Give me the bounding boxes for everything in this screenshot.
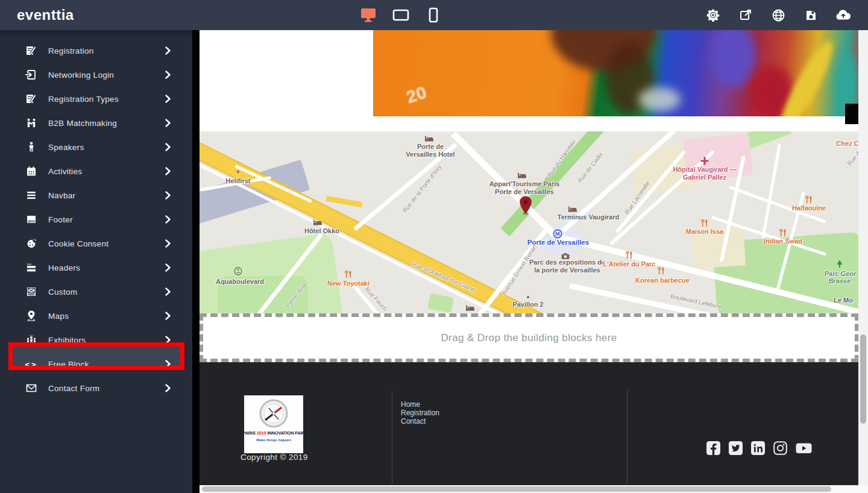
sidebar-item-activities[interactable]: Activities	[0, 159, 192, 183]
footer-link-registration[interactable]: Registration	[401, 409, 439, 417]
sidebar-item-label: Activities	[48, 167, 82, 176]
map-tree-icon	[836, 260, 843, 268]
save-icon[interactable]	[803, 7, 819, 23]
event-logo-title: PARIS 2019 INNOVATION FAIR	[242, 430, 304, 436]
speaker-icon	[24, 140, 39, 154]
sidebar-item-label: Exhibitors	[48, 336, 86, 345]
map-poi-label: Aquaboulevard	[216, 278, 264, 285]
sidebar-item-label: Cookie Consent	[48, 239, 108, 248]
sidebar-item-navbar[interactable]: Navbar	[0, 183, 192, 207]
language-globe-icon[interactable]	[770, 7, 786, 23]
sidebar-item-cookie-consent[interactable]: Cookie Consent	[0, 231, 192, 256]
chevron-right-icon	[165, 287, 171, 296]
map-poi-label: la porte de Versailles	[534, 266, 600, 274]
mobile-preview-icon[interactable]	[424, 6, 442, 24]
exhibitors-icon	[24, 333, 39, 347]
map-poi-label: Korean barbecue	[635, 277, 690, 284]
map-poi-label: Versailles Hotel	[406, 151, 454, 158]
footer-link-contact[interactable]: Contact	[401, 417, 439, 425]
linkedin-icon[interactable]	[751, 441, 765, 455]
sidebar-item-contact-form[interactable]: Contact Form	[0, 376, 192, 400]
settings-gear-icon[interactable]	[705, 7, 721, 23]
b2b-icon	[24, 116, 39, 130]
sidebar-item-registration[interactable]: Registration	[0, 39, 192, 63]
map-metro-icon: M	[553, 229, 562, 239]
horizontal-scrollbar-thumb[interactable]	[202, 486, 831, 492]
map-poi-label: Le Mo	[834, 297, 853, 304]
facebook-icon[interactable]	[706, 441, 720, 455]
top-bar-actions	[705, 0, 851, 30]
map-poi-label: Indian Swad	[764, 237, 802, 245]
sidebar-item-label: Maps	[48, 312, 69, 321]
youtube-icon[interactable]	[796, 441, 812, 455]
sidebar-item-label: Headers	[48, 263, 80, 272]
sidebar-item-footer[interactable]: Footer	[0, 207, 192, 231]
map-poi-label: Porte de	[417, 143, 444, 150]
map-street-label: Boulevard Lefebvre	[670, 293, 722, 310]
chevron-right-icon	[165, 167, 171, 175]
footer-link-home[interactable]: Home	[401, 400, 439, 409]
chevron-right-icon	[165, 71, 171, 79]
sidebar-item-custom[interactable]: Custom	[0, 280, 192, 304]
map-rest-icon	[626, 251, 633, 259]
sidebar-item-b2b-matchmaking[interactable]: B2B Matchmaking	[0, 111, 192, 135]
map-hotel-icon	[466, 305, 475, 312]
vertical-scrollbar[interactable]	[858, 30, 868, 485]
map-poi-label: Parc Geor	[825, 270, 857, 277]
footer-icon	[24, 213, 39, 226]
sidebar-item-exhibitors[interactable]: Exhibitors	[0, 328, 192, 352]
sidebar-item-label: Navbar	[48, 191, 75, 200]
svg-text:M: M	[555, 231, 560, 237]
pin-icon	[24, 309, 39, 322]
map-poi-label: Terminus Vaugirard	[558, 213, 620, 221]
site-footer-block: PARIS 2019 INNOVATION FAIR Make things h…	[200, 362, 858, 485]
map-poi-label: Porte de Versailles	[495, 188, 554, 195]
google-map-block[interactable]: MHelifirstHôtel OkkoAquaboulevardNew Toy…	[200, 131, 858, 313]
vertical-scrollbar-thumb[interactable]	[860, 334, 866, 424]
map-street-label: Pierre-Avia	[284, 281, 307, 309]
map-street-label: Rue du Hameau	[546, 139, 577, 178]
top-bar: eventtia	[0, 0, 868, 30]
sidebar-item-label: Contact Form	[48, 384, 99, 393]
sidebar-item-free-block[interactable]: <>Free Block	[0, 352, 192, 376]
open-external-icon[interactable]	[738, 7, 753, 23]
map-poi-label: Parc des expositions de	[529, 259, 605, 266]
chevron-right-icon	[165, 95, 171, 103]
sidebar-item-maps[interactable]: Maps	[0, 304, 192, 328]
envelope-icon	[24, 382, 39, 395]
map-poi-label: Porte de Versailles	[527, 239, 589, 246]
map-street-label: Avenue Ernest Renan	[500, 243, 538, 297]
horizontal-scrollbar[interactable]	[200, 485, 868, 493]
event-logo-tagline: Make things happen	[256, 438, 291, 442]
map-cross-icon	[700, 157, 709, 166]
map-rest-icon	[805, 196, 813, 204]
map-poi-label: Pavillon 2	[512, 301, 543, 308]
map-street-label: Rue de Cadix	[576, 151, 604, 184]
publish-cloud-icon[interactable]	[835, 7, 851, 23]
instagram-icon[interactable]	[773, 441, 787, 455]
sidebar-item-headers[interactable]: Headers	[0, 256, 192, 280]
map-poi-label: Helifirst	[226, 177, 251, 184]
calendar-icon	[24, 165, 39, 178]
custom-icon	[24, 285, 39, 298]
map-poi-label: Hôpital Vaugirard —	[673, 166, 736, 173]
twitter-icon[interactable]	[729, 441, 743, 455]
map-poi-label: Chez C	[836, 140, 858, 147]
map-poi-label: Hôtel Okko	[304, 227, 339, 234]
sidebar-item-networking-login[interactable]: Networking Login	[0, 63, 192, 87]
map-poi-label: Maison Issa	[686, 228, 723, 235]
sidebar-item-speakers[interactable]: Speakers	[0, 135, 192, 159]
sidebar-item-registration-types[interactable]: Registration Types	[0, 87, 192, 111]
footer-divider	[627, 391, 627, 484]
desktop-preview-icon[interactable]	[359, 6, 377, 24]
login-icon	[24, 68, 39, 81]
map-hotel-icon	[425, 136, 434, 142]
tablet-preview-icon[interactable]	[392, 6, 410, 24]
map-poi-label: Halfaouine	[792, 204, 826, 212]
drag-drop-zone[interactable]: Drag & Drop the building blocks here	[200, 313, 858, 362]
map-street-label: Rue Lacretelle	[623, 180, 651, 215]
sidebar-item-label: Registration	[48, 46, 94, 55]
map-marker-icon[interactable]	[518, 196, 533, 218]
headers-icon	[24, 261, 39, 274]
sidebar-item-label: Registration Types	[48, 95, 119, 104]
